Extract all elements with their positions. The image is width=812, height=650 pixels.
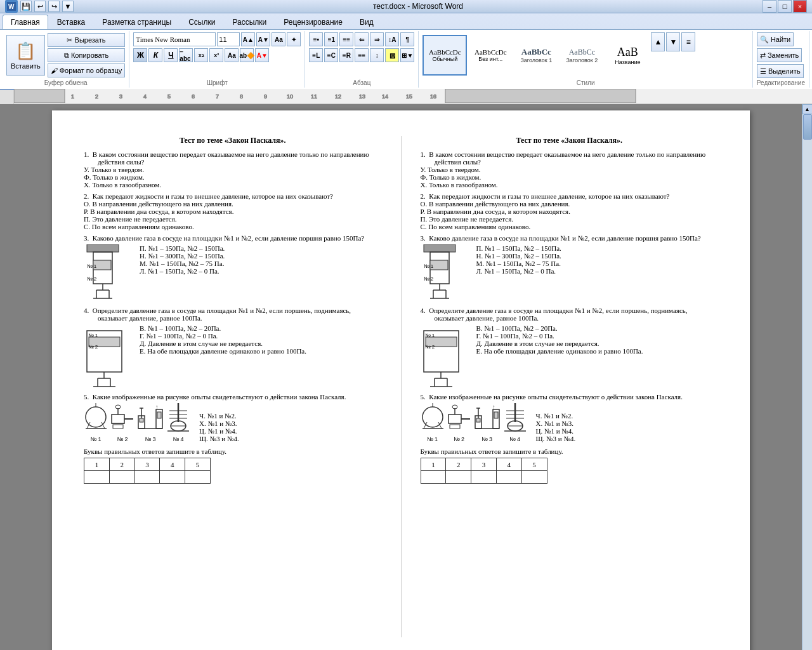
svg-text:13: 13	[359, 93, 365, 100]
column-divider	[401, 136, 402, 637]
copy-button[interactable]: ⧉ Копировать	[48, 48, 126, 62]
align-right-button[interactable]: ≡R	[339, 48, 353, 62]
q2-a4: С. По всем направлениям одинаково.	[84, 223, 382, 230]
r-q3-block: 3. Каково давление газа в сосуде на площ…	[421, 234, 719, 303]
format-painter-button[interactable]: 🖌 Формат по образцу	[48, 63, 126, 77]
shading-button[interactable]: ▨	[385, 48, 399, 62]
style-no-spacing-button[interactable]: AaBbCcDc Без инт...	[468, 35, 513, 76]
customize-icon[interactable]: ▼	[62, 1, 74, 12]
save-icon[interactable]: 💾	[20, 1, 32, 12]
r-q1-block: 1. В каком состоянии вещество передает о…	[421, 150, 719, 189]
svg-text:4: 4	[143, 93, 147, 100]
styles-scroll-up-button[interactable]: ▲	[651, 32, 665, 51]
style-heading1-button[interactable]: AaBbCc Заголовок 1	[514, 35, 558, 76]
replace-button[interactable]: ⇄ Заменить	[757, 48, 802, 62]
close-button[interactable]: ×	[793, 0, 807, 13]
tab-review[interactable]: Рецензирование	[275, 15, 351, 29]
title-bar-left: W 💾 ↩ ↪ ▼	[5, 0, 74, 13]
q4-figure-area: № 1 № 2 В. №1 – 100Па, №2 – 20Па.	[84, 324, 382, 389]
styles-more-button[interactable]: ≡	[681, 32, 695, 51]
change-case-button[interactable]: Aa	[272, 32, 285, 46]
font-color-button[interactable]: A▼	[255, 48, 269, 62]
r-q4-answers: В. №1 – 100Па, №2 – 20Па. Г. №1 – 100Па,…	[476, 324, 643, 355]
sort-button[interactable]: ↕A	[385, 32, 399, 46]
increase-indent-button[interactable]: ⇒	[370, 32, 384, 46]
r-q1-text: 1. В каком состоянии вещество передает о…	[421, 150, 719, 166]
tab-insert[interactable]: Вставка	[49, 15, 94, 29]
underline-button[interactable]: Ч	[164, 48, 178, 62]
maximize-button[interactable]: □	[778, 0, 792, 13]
format-painter-icon: 🖌	[51, 67, 58, 74]
styles-group: AaBbCcDc Обычный AaBbCcDc Без инт... AaB…	[419, 31, 752, 88]
font-shrink-button[interactable]: A▼	[256, 32, 270, 46]
piston-figure-1: № 1 № 2	[84, 244, 134, 302]
vertical-scrollbar[interactable]: ▲ ▼	[802, 104, 812, 650]
font-grow-button[interactable]: A▲	[241, 32, 255, 46]
bold-button[interactable]: Ж	[133, 48, 147, 62]
svg-text:№ 2: № 2	[424, 276, 434, 282]
svg-text:12: 12	[335, 93, 341, 100]
scroll-thumb[interactable]	[803, 114, 812, 140]
minimize-button[interactable]: –	[763, 0, 776, 13]
font-size-input[interactable]	[217, 32, 240, 46]
r-q3-answers: П. №1 – 150Па, №2 – 150Па. Н. №1 – 300Па…	[476, 244, 561, 275]
border-button[interactable]: ⊞▼	[400, 48, 414, 62]
tab-view[interactable]: Вид	[351, 15, 382, 29]
svg-rect-91	[449, 415, 461, 423]
svg-text:9: 9	[264, 93, 267, 100]
tab-page-layout[interactable]: Разметка страницы	[94, 15, 180, 29]
highlight-button[interactable]: ab🔶	[240, 48, 254, 62]
q4-block: 4. Определите давление газа в сосуде на …	[84, 307, 382, 389]
show-formatting-button[interactable]: ¶	[400, 32, 414, 46]
q5-block: 5. Какие изображенные на рисунке опыты с…	[84, 393, 382, 442]
line-spacing-button[interactable]: ↕	[370, 48, 384, 62]
italic-button[interactable]: К	[148, 48, 162, 62]
q4-a3: Д. Давление в этом случае не передается.	[140, 340, 306, 347]
svg-rect-2	[14, 89, 812, 103]
r-q2-answers: О. В направлении действующего на них дав…	[421, 200, 719, 230]
find-icon: 🔍	[760, 36, 769, 44]
strikethrough-button[interactable]: –abc	[179, 48, 193, 62]
scroll-up-button[interactable]: ▲	[802, 104, 813, 114]
ribbon-content: 📋 Вставить ✂ Вырезать ⧉ Копировать 🖌 Фор…	[0, 29, 812, 89]
select-button[interactable]: ☰ Выделить	[757, 64, 804, 78]
q2-text: 2. Как передают жидкости и газы то внешн…	[84, 192, 382, 200]
q2-answers: О. В направлении действующего на них дав…	[84, 200, 382, 230]
tab-mailings[interactable]: Рассылки	[224, 15, 275, 29]
right-answer-label: Буквы правильных ответов запишите в табл…	[421, 448, 719, 455]
redo-icon[interactable]: ↪	[48, 1, 60, 12]
align-center-button[interactable]: ≡C	[324, 48, 338, 62]
align-left-button[interactable]: ≡L	[309, 48, 323, 62]
paste-button[interactable]: 📋 Вставить	[6, 35, 45, 76]
find-button[interactable]: 🔍 Найти	[757, 32, 794, 46]
decrease-indent-button[interactable]: ⇐	[355, 32, 369, 46]
q3-block: 3. Каково давление газа в сосуде на площ…	[84, 234, 382, 303]
svg-rect-95	[450, 425, 460, 428]
subscript-button[interactable]: x₂	[194, 48, 208, 62]
tab-home[interactable]: Главная	[3, 15, 48, 29]
tab-references[interactable]: Ссылки	[180, 15, 223, 29]
multilevel-list-button[interactable]: ≡≡	[339, 32, 353, 46]
cut-button[interactable]: ✂ Вырезать	[48, 33, 126, 47]
styles-scroll-down-button[interactable]: ▼	[666, 32, 680, 51]
numbering-button[interactable]: ≡1	[324, 32, 338, 46]
undo-icon[interactable]: ↩	[34, 1, 46, 12]
svg-text:1: 1	[71, 93, 74, 100]
text-effects-button[interactable]: Aa	[225, 48, 239, 62]
svg-rect-55	[157, 412, 161, 418]
justify-button[interactable]: ≡≡	[355, 48, 369, 62]
document-area: Тест по теме «Закон Паскаля». 1. В каком…	[0, 104, 802, 650]
font-label: Шрифт	[133, 79, 301, 86]
style-normal-button[interactable]: AaBbCcDc Обычный	[422, 35, 467, 76]
superscript-button[interactable]: x²	[209, 48, 223, 62]
style-heading2-button[interactable]: AaBbCc Заголовок 2	[560, 35, 604, 76]
style-title-button[interactable]: AaВ Название	[605, 35, 650, 76]
clear-format-button[interactable]: ✦	[287, 32, 301, 46]
svg-rect-4	[445, 89, 636, 103]
r-q5-fig3: ↑ № 3	[474, 403, 501, 442]
q1-a1: У. Только в твердом.	[84, 166, 382, 173]
q1-block: 1. В каком состоянии вещество передает о…	[84, 150, 382, 189]
document-wrapper: Тест по теме «Закон Паскаля». 1. В каком…	[0, 104, 812, 650]
bullets-button[interactable]: ≡•	[309, 32, 323, 46]
font-family-input[interactable]	[133, 32, 216, 46]
